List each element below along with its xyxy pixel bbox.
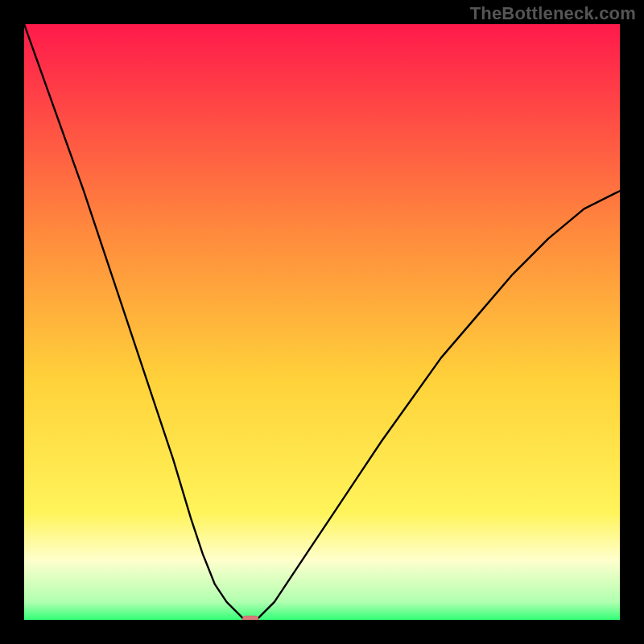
minimum-marker <box>242 616 258 620</box>
plot-area <box>24 24 620 620</box>
watermark-label: TheBottleneck.com <box>470 3 636 24</box>
chart-stage: TheBottleneck.com <box>0 0 644 644</box>
chart-svg <box>24 24 620 620</box>
